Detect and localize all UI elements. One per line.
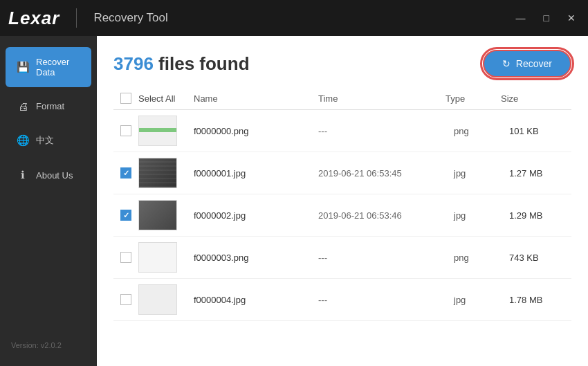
app-title: Recovery Tool xyxy=(93,11,167,25)
row-name-1: f0000001.jpg xyxy=(194,168,318,179)
col-header-size: Size xyxy=(501,93,563,104)
sidebar: 💾 Recover Data 🖨 Format 🌐 中文 ℹ About Us … xyxy=(0,36,97,366)
table-row: f0000004.jpg --- jpg 1.78 MB xyxy=(113,279,571,321)
row-checkbox-wrap-0[interactable] xyxy=(113,125,138,136)
row-name-4: f0000004.jpg xyxy=(194,295,318,305)
row-name-0: f0000000.png xyxy=(194,126,318,136)
row-size-1: 1.27 MB xyxy=(509,168,571,179)
table-row: f0000002.jpg 2019-06-21 06:53:46 jpg 1.2… xyxy=(113,194,571,237)
sidebar-item-label-format: Format xyxy=(36,101,64,111)
logo-text: Lexar xyxy=(8,8,59,29)
row-checkbox-0[interactable] xyxy=(120,125,131,136)
table-header: Select All Name Time Type Size xyxy=(113,89,571,110)
version-label: Version: v2.0.2 xyxy=(0,334,97,356)
sidebar-item-label-language: 中文 xyxy=(36,134,54,147)
row-thumbnail-1 xyxy=(138,158,177,188)
logo-divider xyxy=(76,8,77,28)
row-thumbnail-0 xyxy=(138,116,177,146)
format-icon: 🖨 xyxy=(17,100,29,112)
row-time-2: 2019-06-21 06:53:46 xyxy=(318,210,454,221)
row-name-2: f0000002.jpg xyxy=(194,210,318,221)
logo-area: Lexar Recovery Tool xyxy=(8,8,168,29)
table-body: f0000000.png --- png 101 KB f0000001.jpg… xyxy=(113,110,571,366)
sidebar-item-recover-data[interactable]: 💾 Recover Data xyxy=(6,47,91,87)
row-size-3: 743 KB xyxy=(509,253,571,263)
table-row: f0000001.jpg 2019-06-21 06:53:45 jpg 1.2… xyxy=(113,152,571,194)
col-header-time: Time xyxy=(318,93,445,104)
row-time-1: 2019-06-21 06:53:45 xyxy=(318,168,454,179)
row-type-1: jpg xyxy=(454,168,509,179)
row-checkbox-2[interactable] xyxy=(120,210,131,221)
select-all-checkbox[interactable] xyxy=(120,93,131,104)
row-time-3: --- xyxy=(318,253,454,263)
recover-icon: ↻ xyxy=(502,58,511,69)
content-area: 3796 files found ↻ Recover Select All Na… xyxy=(97,36,588,366)
select-all-checkbox-wrap[interactable] xyxy=(113,93,138,104)
close-button[interactable]: ✕ xyxy=(563,10,580,26)
minimize-button[interactable]: — xyxy=(512,10,530,26)
row-type-0: png xyxy=(454,126,509,136)
col-header-name: Name xyxy=(194,93,318,104)
recover-data-icon: 💾 xyxy=(17,61,29,73)
row-size-2: 1.29 MB xyxy=(509,210,571,221)
row-checkbox-wrap-1[interactable] xyxy=(113,167,138,179)
sidebar-item-format[interactable]: 🖨 Format xyxy=(6,90,91,122)
row-checkbox-1[interactable] xyxy=(120,167,131,179)
maximize-button[interactable]: □ xyxy=(540,10,553,26)
select-all-label[interactable]: Select All xyxy=(138,93,194,104)
row-type-2: jpg xyxy=(454,210,509,221)
row-checkbox-4[interactable] xyxy=(120,294,131,305)
title-bar: Lexar Recovery Tool — □ ✕ xyxy=(0,0,588,36)
row-thumbnail-2 xyxy=(138,200,177,230)
table-row: f0000000.png --- png 101 KB xyxy=(113,110,571,152)
row-type-3: png xyxy=(454,253,509,263)
sidebar-item-label-recover: Recover Data xyxy=(36,57,80,77)
row-size-0: 101 KB xyxy=(509,126,571,136)
file-table: Select All Name Time Type Size f0000000.… xyxy=(113,89,571,366)
row-checkbox-3[interactable] xyxy=(120,252,131,263)
row-type-4: jpg xyxy=(454,295,509,305)
table-row: f0000003.png --- png 743 KB xyxy=(113,237,571,279)
window-controls: — □ ✕ xyxy=(512,10,580,26)
sidebar-item-language[interactable]: 🌐 中文 xyxy=(6,125,91,156)
language-icon: 🌐 xyxy=(17,134,29,147)
main-layout: 💾 Recover Data 🖨 Format 🌐 中文 ℹ About Us … xyxy=(0,36,588,366)
row-time-0: --- xyxy=(318,126,454,136)
sidebar-item-label-about: About Us xyxy=(36,170,73,181)
row-name-3: f0000003.png xyxy=(194,253,318,263)
row-thumbnail-3 xyxy=(138,242,177,273)
recover-button-label: Recover xyxy=(516,58,552,69)
select-all-text: Select All xyxy=(138,93,175,104)
row-checkbox-wrap-2[interactable] xyxy=(113,210,138,221)
recover-button[interactable]: ↻ Recover xyxy=(483,50,571,77)
row-checkbox-wrap-4[interactable] xyxy=(113,294,138,305)
row-time-4: --- xyxy=(318,295,454,305)
sidebar-item-about[interactable]: ℹ About Us xyxy=(6,159,91,191)
col-header-type: Type xyxy=(445,93,501,104)
row-thumbnail-4 xyxy=(138,284,177,315)
about-icon: ℹ xyxy=(17,169,29,181)
files-found-title: 3796 files found xyxy=(113,53,250,75)
files-count: 3796 xyxy=(113,53,154,74)
row-size-4: 1.78 MB xyxy=(509,295,571,305)
content-header: 3796 files found ↻ Recover xyxy=(113,50,571,77)
row-checkbox-wrap-3[interactable] xyxy=(113,252,138,263)
